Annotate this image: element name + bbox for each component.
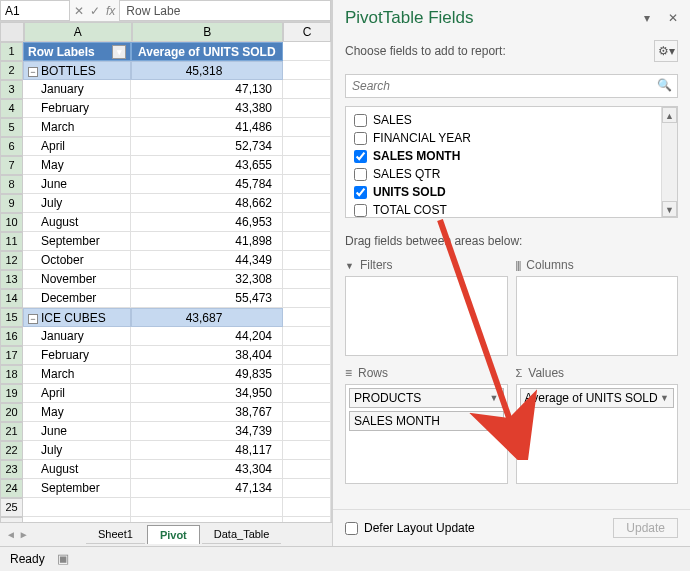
pane-close-icon[interactable]: ✕: [668, 11, 678, 25]
values-dropzone[interactable]: Average of UNITS SOLD▼: [516, 384, 679, 484]
cell[interactable]: March: [23, 118, 131, 137]
cell[interactable]: April: [23, 384, 131, 403]
cell[interactable]: [283, 42, 331, 61]
cell[interactable]: 49,835: [131, 365, 283, 384]
tab-nav-arrows[interactable]: ◄ ►: [0, 529, 40, 540]
row-header[interactable]: 17: [0, 346, 23, 365]
row-header[interactable]: 15: [0, 308, 23, 327]
cell[interactable]: May: [23, 403, 131, 422]
fx-icon[interactable]: fx: [106, 4, 115, 18]
defer-checkbox[interactable]: Defer Layout Update: [345, 521, 475, 535]
cell[interactable]: 52,734: [131, 137, 283, 156]
field-item[interactable]: SALES MONTH: [346, 147, 677, 165]
field-scrollbar[interactable]: ▲ ▼: [661, 107, 677, 217]
cell[interactable]: [283, 365, 331, 384]
cell[interactable]: 47,130: [131, 80, 283, 99]
columns-dropzone[interactable]: [516, 276, 679, 356]
tab-pivot[interactable]: Pivot: [147, 525, 200, 544]
cell[interactable]: [283, 270, 331, 289]
cell[interactable]: [283, 308, 331, 327]
chevron-down-icon[interactable]: ▼: [490, 393, 499, 403]
field-checkbox[interactable]: [354, 168, 367, 181]
row-header[interactable]: 8: [0, 175, 23, 194]
field-item[interactable]: TOTAL COST: [346, 201, 677, 219]
select-all-corner[interactable]: [0, 22, 24, 42]
cell[interactable]: August: [23, 213, 131, 232]
row-header[interactable]: 14: [0, 289, 23, 308]
row-header[interactable]: 5: [0, 118, 23, 137]
field-item[interactable]: SALES: [346, 111, 677, 129]
cell[interactable]: [131, 498, 283, 517]
cell[interactable]: [283, 384, 331, 403]
cell[interactable]: June: [23, 422, 131, 441]
filter-dropdown-icon[interactable]: ▾: [112, 45, 126, 59]
field-checkbox[interactable]: [354, 150, 367, 163]
gear-icon[interactable]: ⚙▾: [654, 40, 678, 62]
row-header[interactable]: 13: [0, 270, 23, 289]
cell[interactable]: February: [23, 346, 131, 365]
cell[interactable]: [283, 175, 331, 194]
row-header[interactable]: 11: [0, 232, 23, 251]
tab-data-table[interactable]: Data_Table: [202, 525, 282, 544]
cell[interactable]: [283, 61, 331, 80]
cell[interactable]: −BOTTLES: [23, 61, 131, 80]
row-header[interactable]: 3: [0, 80, 23, 99]
cell[interactable]: September: [23, 232, 131, 251]
formula-input[interactable]: Row Labe: [119, 0, 331, 21]
cell[interactable]: [283, 289, 331, 308]
cell[interactable]: [283, 156, 331, 175]
row-header[interactable]: 9: [0, 194, 23, 213]
cell[interactable]: 41,486: [131, 118, 283, 137]
area-field-chip[interactable]: Average of UNITS SOLD▼: [520, 388, 675, 408]
cell[interactable]: February: [23, 99, 131, 118]
cell[interactable]: 55,473: [131, 289, 283, 308]
cell[interactable]: [283, 232, 331, 251]
field-checkbox[interactable]: [354, 114, 367, 127]
update-button[interactable]: Update: [613, 518, 678, 538]
row-header[interactable]: 10: [0, 213, 23, 232]
field-item[interactable]: FINANCIAL YEAR: [346, 129, 677, 147]
row-header[interactable]: 24: [0, 479, 23, 498]
collapse-icon[interactable]: −: [28, 314, 38, 324]
cell[interactable]: 46,953: [131, 213, 283, 232]
scroll-up-icon[interactable]: ▲: [662, 107, 677, 123]
cell[interactable]: January: [23, 80, 131, 99]
cell[interactable]: 38,767: [131, 403, 283, 422]
pane-dropdown-icon[interactable]: ▾: [644, 11, 650, 25]
name-box[interactable]: A1: [0, 0, 70, 21]
row-header[interactable]: 18: [0, 365, 23, 384]
field-checkbox[interactable]: [354, 204, 367, 217]
col-header-b[interactable]: B: [132, 22, 284, 42]
field-checkbox[interactable]: [354, 132, 367, 145]
cell[interactable]: 34,950: [131, 384, 283, 403]
macro-record-icon[interactable]: ▣: [57, 551, 69, 566]
row-header[interactable]: 7: [0, 156, 23, 175]
row-header[interactable]: 25: [0, 498, 23, 517]
row-header[interactable]: 21: [0, 422, 23, 441]
row-header[interactable]: 16: [0, 327, 23, 346]
row-header[interactable]: 2: [0, 61, 23, 80]
field-item[interactable]: UNITS SOLD: [346, 183, 677, 201]
field-item[interactable]: SALES QTR: [346, 165, 677, 183]
cell[interactable]: [283, 251, 331, 270]
cell[interactable]: April: [23, 137, 131, 156]
row-header[interactable]: 12: [0, 251, 23, 270]
cell[interactable]: [283, 479, 331, 498]
cell[interactable]: [283, 498, 331, 517]
cell[interactable]: [283, 118, 331, 137]
cell[interactable]: 43,655: [131, 156, 283, 175]
cell[interactable]: 34,739: [131, 422, 283, 441]
cell[interactable]: [283, 99, 331, 118]
cell[interactable]: October: [23, 251, 131, 270]
cell[interactable]: 43,380: [131, 99, 283, 118]
cell[interactable]: 45,318: [131, 61, 283, 80]
cell[interactable]: December: [23, 289, 131, 308]
cell[interactable]: May: [23, 156, 131, 175]
cell[interactable]: 43,687: [131, 308, 283, 327]
cell[interactable]: [283, 346, 331, 365]
cell[interactable]: January: [23, 327, 131, 346]
chevron-down-icon[interactable]: ▼: [660, 393, 669, 403]
row-header[interactable]: 19: [0, 384, 23, 403]
scroll-down-icon[interactable]: ▼: [662, 201, 677, 217]
cell[interactable]: [283, 80, 331, 99]
